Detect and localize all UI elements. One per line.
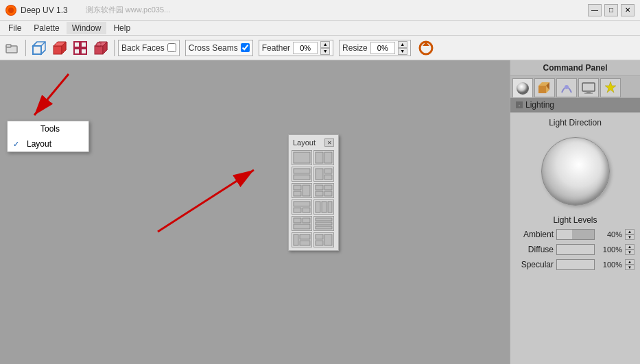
layout-option-6[interactable] <box>313 183 334 198</box>
ambient-value: 40% <box>597 230 622 239</box>
svg-rect-32 <box>324 169 332 173</box>
layout-option-12[interactable] <box>313 232 334 247</box>
diffuse-value: 100% <box>597 245 622 254</box>
backfaces-label: Back Faces <box>121 43 165 53</box>
svg-rect-35 <box>294 191 301 196</box>
layout-option-9[interactable] <box>292 216 312 231</box>
menu-window[interactable]: Window <box>67 22 107 34</box>
specular-down[interactable]: ▼ <box>625 265 635 270</box>
layout-option-2[interactable] <box>313 150 334 165</box>
refresh-button[interactable] <box>416 38 436 58</box>
menu-file[interactable]: File <box>3 22 27 34</box>
svg-rect-54 <box>300 234 310 239</box>
tool-select[interactable] <box>29 38 49 58</box>
svg-rect-36 <box>303 185 310 196</box>
svg-rect-16 <box>95 46 103 54</box>
layout-option-7[interactable] <box>292 199 312 215</box>
layout-option-8[interactable] <box>313 199 334 215</box>
diffuse-down[interactable]: ▼ <box>625 250 635 255</box>
menu-help[interactable]: Help <box>108 22 136 34</box>
specular-fill <box>557 260 594 269</box>
svg-rect-58 <box>316 241 323 245</box>
specular-value: 100% <box>597 260 622 269</box>
layout-close-button[interactable]: ✕ <box>324 138 334 147</box>
layout-option-11[interactable] <box>292 232 312 247</box>
ambient-up[interactable]: ▲ <box>625 229 635 234</box>
minimize-button[interactable]: — <box>588 4 602 16</box>
title-controls: — □ ✕ <box>588 4 635 16</box>
command-panel: Command Panel <box>510 60 640 364</box>
svg-rect-4 <box>33 46 41 54</box>
feather-up[interactable]: ▲ <box>320 41 330 48</box>
feather-down[interactable]: ▼ <box>320 48 330 55</box>
svg-rect-45 <box>322 202 327 213</box>
svg-rect-28 <box>324 152 332 163</box>
ambient-fill <box>557 230 572 239</box>
resize-up[interactable]: ▲ <box>398 41 407 48</box>
close-button[interactable]: ✕ <box>621 4 635 16</box>
svg-point-1 <box>8 8 14 13</box>
diffuse-slider[interactable] <box>556 244 595 255</box>
svg-rect-26 <box>294 152 310 163</box>
light-sphere[interactable] <box>541 137 610 206</box>
open-button[interactable] <box>3 38 22 58</box>
panel-tabs <box>510 76 640 97</box>
feather-input[interactable] <box>293 42 318 54</box>
svg-rect-50 <box>316 218 332 221</box>
panel-tab-utility[interactable] <box>600 78 621 97</box>
svg-rect-27 <box>316 152 323 163</box>
specular-up[interactable]: ▲ <box>625 259 635 265</box>
light-levels-label: Light Levels <box>516 215 635 225</box>
tool-red-cube[interactable] <box>50 38 69 58</box>
specular-spinner: ▲ ▼ <box>625 259 635 270</box>
svg-rect-14 <box>74 49 80 54</box>
lighting-section-header[interactable]: - Lighting <box>510 97 640 112</box>
svg-rect-55 <box>300 241 310 245</box>
viewport[interactable]: Tools Layout Layout ✕ <box>0 60 510 364</box>
layout-row-2 <box>292 167 335 182</box>
diffuse-fill <box>557 245 594 254</box>
resize-input[interactable] <box>370 42 395 54</box>
panel-tab-modifier[interactable] <box>556 78 577 97</box>
feather-control: Feather ▲ ▼ <box>259 40 333 56</box>
tool-grid[interactable] <box>71 38 90 58</box>
menu-palette[interactable]: Palette <box>28 22 64 34</box>
resize-down[interactable]: ▼ <box>398 48 407 55</box>
collapse-button[interactable]: - <box>516 101 523 108</box>
crossseams-control: Cross Seams <box>185 40 253 56</box>
dropdown-layout[interactable]: Layout <box>8 136 88 151</box>
feather-label: Feather <box>262 43 290 53</box>
arrow-annotation-2 <box>137 129 309 266</box>
toolbar: Back Faces Cross Seams Feather ▲ ▼ Resiz… <box>0 36 640 60</box>
layout-option-4[interactable] <box>313 167 334 182</box>
ambient-slider[interactable] <box>556 229 595 240</box>
dropdown-tools[interactable]: Tools <box>8 121 88 136</box>
svg-line-8 <box>41 42 45 46</box>
layout-option-3[interactable] <box>292 167 312 182</box>
svg-rect-56 <box>316 234 323 239</box>
panel-tab-object[interactable] <box>534 78 555 97</box>
light-direction-label: Light Direction <box>516 118 635 128</box>
layout-option-5[interactable] <box>292 183 312 198</box>
svg-rect-12 <box>74 42 80 47</box>
svg-rect-34 <box>294 185 301 190</box>
specular-slider-row: Specular 100% ▲ ▼ <box>516 259 635 270</box>
ambient-down[interactable]: ▼ <box>625 234 635 240</box>
diffuse-up[interactable]: ▲ <box>625 244 635 250</box>
layout-grid <box>292 150 335 247</box>
backfaces-checkbox[interactable] <box>167 43 176 52</box>
layout-row-3 <box>292 183 335 198</box>
tool-cube-3d[interactable] <box>91 38 110 58</box>
svg-rect-53 <box>294 234 298 245</box>
menu-bar: File Palette Window Help <box>0 21 640 36</box>
panel-tab-display[interactable] <box>578 78 599 97</box>
crossseams-checkbox[interactable] <box>241 43 250 52</box>
app-icon <box>5 5 16 16</box>
panel-tab-render[interactable] <box>512 78 533 97</box>
layout-option-1[interactable] <box>292 150 312 165</box>
maximize-button[interactable]: □ <box>604 4 618 16</box>
diffuse-slider-row: Diffuse 100% ▲ ▼ <box>516 244 635 255</box>
layout-option-10[interactable] <box>313 216 334 231</box>
lighting-section-title: Lighting <box>525 100 554 110</box>
specular-slider[interactable] <box>556 259 595 270</box>
